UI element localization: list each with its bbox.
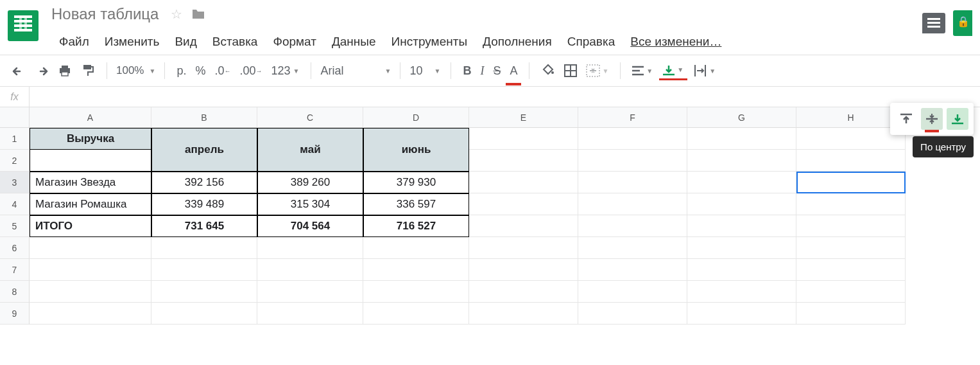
cell-D4[interactable]: 336 597	[363, 193, 469, 215]
col-header-B[interactable]: B	[151, 107, 257, 128]
zoom-select[interactable]: 100%▼	[116, 64, 155, 77]
col-header-D[interactable]: D	[363, 107, 469, 128]
valign-tooltip: По центру	[913, 136, 974, 157]
share-button[interactable]	[953, 10, 972, 36]
svg-rect-3	[83, 65, 91, 69]
row-header-8[interactable]: 8	[0, 281, 30, 303]
cell-D3[interactable]: 379 930	[363, 172, 469, 193]
cell-C3[interactable]: 389 260	[257, 172, 363, 193]
fill-color-icon[interactable]	[538, 60, 558, 82]
col-header-F[interactable]: F	[578, 107, 687, 128]
col-header-G[interactable]: G	[687, 107, 796, 128]
cell-A2[interactable]	[30, 150, 151, 172]
svg-rect-1	[62, 66, 68, 68]
print-icon[interactable]	[55, 60, 74, 81]
halign-icon[interactable]: ▼	[630, 62, 655, 80]
menu-help[interactable]: Справка	[560, 31, 623, 53]
cell-A3[interactable]: Магазин Звезда	[30, 172, 151, 193]
star-icon[interactable]: ☆	[171, 6, 182, 22]
menu-file[interactable]: Файл	[51, 31, 97, 53]
wrap-icon[interactable]: ▼	[691, 61, 718, 80]
cell-C1[interactable]: май	[257, 128, 363, 172]
menu-tools[interactable]: Инструменты	[384, 31, 475, 53]
col-header-C[interactable]: C	[257, 107, 363, 128]
fx-icon: fx	[0, 87, 30, 107]
folder-icon[interactable]	[191, 8, 205, 20]
italic-button[interactable]: I	[477, 60, 486, 82]
cell-A1[interactable]: Выручка	[30, 128, 151, 150]
cell-B3[interactable]: 392 156	[151, 172, 257, 193]
comments-icon[interactable]	[922, 13, 945, 33]
toolbar: 100%▼ р. % .0← .00→ 123▼ Arial▼ 10▼ B I …	[0, 55, 980, 87]
paint-format-icon[interactable]	[78, 60, 98, 82]
menu-format[interactable]: Формат	[265, 31, 324, 53]
cell-H3-active[interactable]	[796, 172, 906, 193]
merge-cells-icon[interactable]: ▼	[583, 60, 611, 81]
undo-icon[interactable]	[9, 62, 28, 80]
row-header-6[interactable]: 6	[0, 237, 30, 259]
text-color-button[interactable]: A	[507, 60, 520, 82]
valign-middle-option[interactable]	[921, 108, 943, 130]
cell-C5[interactable]: 704 564	[257, 215, 363, 237]
row-header-5[interactable]: 5	[0, 215, 30, 237]
cell-E1[interactable]	[469, 128, 578, 150]
row-header-7[interactable]: 7	[0, 259, 30, 281]
valign-top-option[interactable]	[895, 108, 917, 130]
strikethrough-button[interactable]: S	[490, 60, 503, 82]
currency-button[interactable]: р.	[174, 60, 189, 82]
borders-icon[interactable]	[562, 60, 580, 81]
row-header-4[interactable]: 4	[0, 193, 30, 215]
menu-addons[interactable]: Дополнения	[475, 31, 560, 53]
cell-B5[interactable]: 731 645	[151, 215, 257, 237]
percent-button[interactable]: %	[193, 60, 208, 82]
valign-popup	[890, 103, 974, 135]
menubar: Файл Изменить Вид Вставка Формат Данные …	[51, 31, 922, 53]
cell-D5[interactable]: 716 527	[363, 215, 469, 237]
valign-button[interactable]: ▼	[659, 62, 687, 80]
cell-B4[interactable]: 339 489	[151, 193, 257, 215]
col-header-H[interactable]: H	[796, 107, 906, 128]
cell-B1[interactable]: апрель	[151, 128, 257, 172]
row-header-3[interactable]: 3	[0, 172, 30, 193]
svg-point-4	[551, 71, 554, 74]
menu-insert[interactable]: Вставка	[205, 31, 266, 53]
decrease-decimal-button[interactable]: .0←	[212, 60, 233, 82]
cell-A4[interactable]: Магазин Ромашка	[30, 193, 151, 215]
doc-title[interactable]: Новая таблица	[51, 5, 159, 23]
cell-A5[interactable]: ИТОГО	[30, 215, 151, 237]
cell-D1[interactable]: июнь	[363, 128, 469, 172]
menu-view[interactable]: Вид	[167, 31, 204, 53]
revision-link[interactable]: Все изменени…	[623, 31, 729, 53]
bold-button[interactable]: B	[460, 60, 474, 82]
menu-data[interactable]: Данные	[324, 31, 384, 53]
app-header: Новая таблица ☆ Файл Изменить Вид Вставк…	[0, 0, 980, 55]
font-size-select[interactable]: 10▼	[409, 64, 442, 78]
redo-icon[interactable]	[32, 62, 51, 80]
row-header-1[interactable]: 1	[0, 128, 30, 150]
spreadsheet-grid: 1 2 3 4 5 6 7 8 9 A B C D E F G H апрель…	[0, 107, 980, 325]
valign-bottom-option[interactable]	[947, 108, 968, 130]
col-header-E[interactable]: E	[469, 107, 578, 128]
cell-C4[interactable]: 315 304	[257, 193, 363, 215]
row-header-9[interactable]: 9	[0, 303, 30, 325]
number-format-button[interactable]: 123▼	[268, 60, 302, 82]
font-select[interactable]: Arial▼	[320, 64, 391, 78]
sheets-logo-icon	[8, 10, 39, 41]
increase-decimal-button[interactable]: .00→	[237, 60, 264, 82]
svg-rect-2	[62, 72, 68, 76]
row-header-2[interactable]: 2	[0, 150, 30, 172]
menu-edit[interactable]: Изменить	[97, 31, 168, 53]
select-all-corner[interactable]	[0, 107, 30, 128]
formula-bar: fx	[0, 87, 980, 107]
col-header-A[interactable]: A	[30, 107, 151, 128]
